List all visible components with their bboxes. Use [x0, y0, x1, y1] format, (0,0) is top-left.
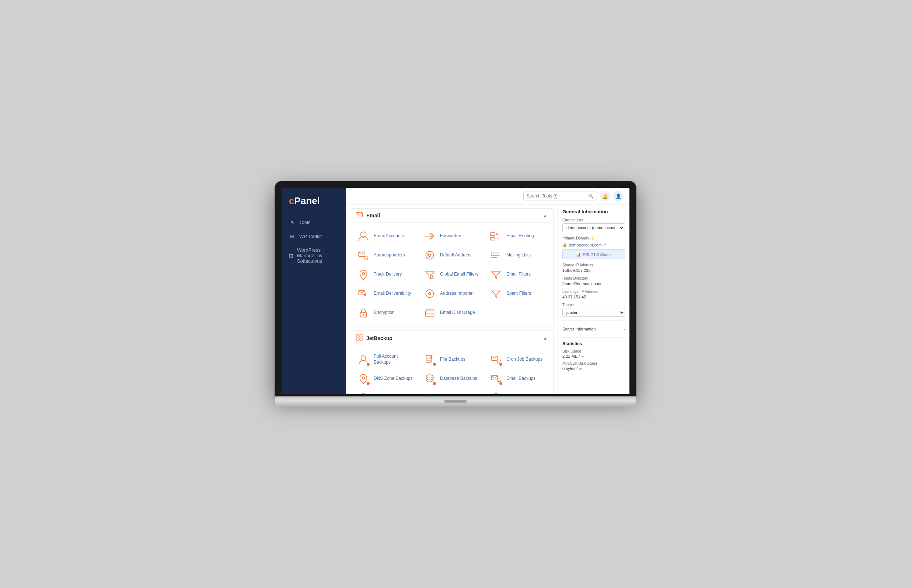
search-icon[interactable]: 🔍	[588, 194, 594, 199]
email-accounts-label: Email Accounts	[374, 233, 404, 239]
svg-point-42	[361, 394, 366, 394]
snapshots-icon	[423, 391, 436, 394]
spam-filters-item[interactable]: Spam Filters	[485, 284, 551, 303]
content-area: Email ▲	[346, 205, 630, 394]
address-importer-icon	[423, 287, 436, 300]
dns-zone-backups-badge	[366, 382, 370, 385]
queue-item[interactable]: Queue	[352, 388, 418, 394]
jetbackup-collapse-button[interactable]: ▲	[543, 336, 548, 341]
email-section-title: Email	[366, 213, 380, 218]
server-info-row[interactable]: Server Information ›	[562, 325, 625, 333]
email-routing-icon	[489, 229, 503, 243]
search-box[interactable]: 🔍	[523, 192, 597, 200]
database-backups-badge	[433, 382, 436, 385]
jetbackup-chevron-up-icon: ▲	[543, 336, 548, 341]
address-importer-item[interactable]: Address Importer	[418, 284, 485, 303]
email-collapse-button[interactable]: ▲	[543, 213, 548, 218]
wp-manager-icon: ⊞	[289, 253, 293, 258]
sidebar-item-wp-toolkit[interactable]: ⊞ WP Toolkit	[281, 229, 346, 243]
database-backups-item[interactable]: Database Backups	[418, 369, 485, 388]
global-email-filters-item[interactable]: Global Email Filters	[418, 265, 485, 284]
svg-rect-29	[360, 334, 362, 337]
track-delivery-item[interactable]: Track Delivery	[352, 265, 418, 284]
email-disk-usage-item[interactable]: Email Disk Usage	[418, 303, 485, 322]
autoresponders-item[interactable]: Autoresponders	[352, 246, 418, 265]
shared-ip-value: 159.69.137.235	[562, 268, 625, 273]
email-filters-item[interactable]: Email Filters	[485, 265, 551, 284]
jetbackup-section-header[interactable]: JetBackup ▲	[350, 331, 554, 346]
encryption-icon	[357, 306, 370, 320]
track-delivery-label: Track Delivery	[374, 271, 402, 278]
jetbackup-section-title: JetBackup	[366, 335, 393, 341]
cron-job-backups-item[interactable]: Cron Job Backups	[485, 350, 551, 369]
shared-ip-label: Shared IP Address	[562, 263, 625, 267]
encryption-item[interactable]: Encryption	[352, 303, 418, 322]
email-section-icon	[356, 212, 363, 219]
current-user-label: Current User	[562, 218, 625, 222]
mailing-lists-item[interactable]: Mailing Lists	[485, 246, 551, 265]
disk-usage-stat: Disk Usage 2.21 MB / ∞	[562, 349, 625, 359]
svg-rect-30	[356, 338, 359, 341]
cron-job-backups-badge	[499, 362, 503, 366]
svg-point-6	[426, 251, 433, 259]
user-icon: 👤	[615, 194, 621, 199]
autoresponders-label: Autoresponders	[374, 252, 405, 258]
tools-icon: ✕	[289, 219, 296, 225]
sidebar-item-tools[interactable]: ✕ Tools	[281, 215, 346, 229]
svg-point-12	[491, 252, 493, 254]
forwarders-item[interactable]: Forwarders	[418, 226, 485, 246]
last-login-row: Last Login IP Address 49.37.151.45	[562, 289, 625, 299]
email-accounts-item[interactable]: Email Accounts	[352, 226, 418, 246]
dns-zone-backups-item[interactable]: DNS Zone Backups	[352, 369, 418, 388]
mysql-usage-label: MySQL® Disk Usage	[562, 362, 625, 365]
mailing-lists-icon	[489, 249, 503, 262]
laptop-base	[275, 396, 636, 407]
gdpr-compliance-item[interactable]: GDPR Compliance	[485, 388, 551, 394]
chevron-up-icon: ▲	[543, 213, 548, 218]
dns-zone-backups-label: DNS Zone Backups	[374, 376, 412, 382]
file-backups-item[interactable]: File Backups	[418, 350, 485, 369]
user-button[interactable]: 👤	[613, 191, 623, 201]
snapshots-item[interactable]: Snapshots	[418, 388, 485, 394]
bell-button[interactable]: 🔔	[600, 191, 610, 201]
forwarders-label: Forwarders	[440, 233, 462, 239]
svg-point-38	[362, 377, 365, 379]
svg-point-47	[492, 394, 500, 394]
cron-job-backups-icon	[489, 353, 503, 366]
default-address-item[interactable]: Default Address	[418, 246, 485, 265]
email-deliverability-label: Email Deliverability	[374, 291, 411, 297]
email-deliverability-item[interactable]: Email Deliverability	[352, 284, 418, 303]
email-backups-item[interactable]: Email Backups	[485, 369, 551, 388]
last-login-value: 49.37.151.45	[562, 295, 625, 299]
wp-toolkit-icon: ⊞	[289, 233, 296, 239]
screen-bezel: cPanel ✕ Tools ⊞ WP Toolkit ⊞ WordPress …	[275, 181, 636, 396]
email-section-header[interactable]: Email ▲	[350, 208, 554, 223]
header: 🔍 🔔 👤	[346, 188, 630, 205]
sidebar-wp-toolkit-label: WP Toolkit	[299, 234, 322, 239]
database-backups-label: Database Backups	[440, 376, 477, 382]
sidebar-item-wp-manager[interactable]: ⊞ WordPress Manager by Softaculous	[281, 244, 346, 268]
current-user-select[interactable]: demoaccount (demoaccount.com)	[562, 223, 625, 232]
svg-point-14	[491, 257, 493, 258]
external-link-icon: ↗	[603, 242, 606, 247]
shared-ip-row: Shared IP Address 159.69.137.235	[562, 263, 625, 273]
ssl-tls-button[interactable]: 📊 SSL/TLS Status	[562, 249, 625, 259]
home-dir-row: Home Directory /home2/demoaccount	[562, 276, 625, 286]
svg-point-22	[429, 293, 430, 294]
search-input[interactable]	[527, 194, 586, 199]
full-account-backups-icon	[357, 353, 370, 366]
track-delivery-icon	[357, 268, 370, 281]
sidebar-nav: ✕ Tools ⊞ WP Toolkit ⊞ WordPress Manager…	[281, 215, 346, 268]
default-address-icon	[423, 249, 436, 262]
full-account-backups-item[interactable]: Full Account Backups	[352, 350, 418, 369]
queue-icon	[357, 391, 370, 394]
server-info-chevron-icon: ›	[623, 327, 625, 331]
screen: cPanel ✕ Tools ⊞ WP Toolkit ⊞ WordPress …	[281, 188, 630, 394]
svg-point-39	[426, 375, 433, 378]
email-section-header-left: Email	[356, 212, 380, 219]
spam-filters-label: Spam Filters	[506, 291, 531, 297]
cpanel-logo: cPanel	[281, 195, 346, 215]
email-routing-item[interactable]: Email Routing	[485, 226, 551, 246]
theme-select[interactable]: jupiter	[562, 308, 625, 317]
primary-domain-link[interactable]: 🔒 demoaccount.com ↗	[562, 242, 625, 247]
